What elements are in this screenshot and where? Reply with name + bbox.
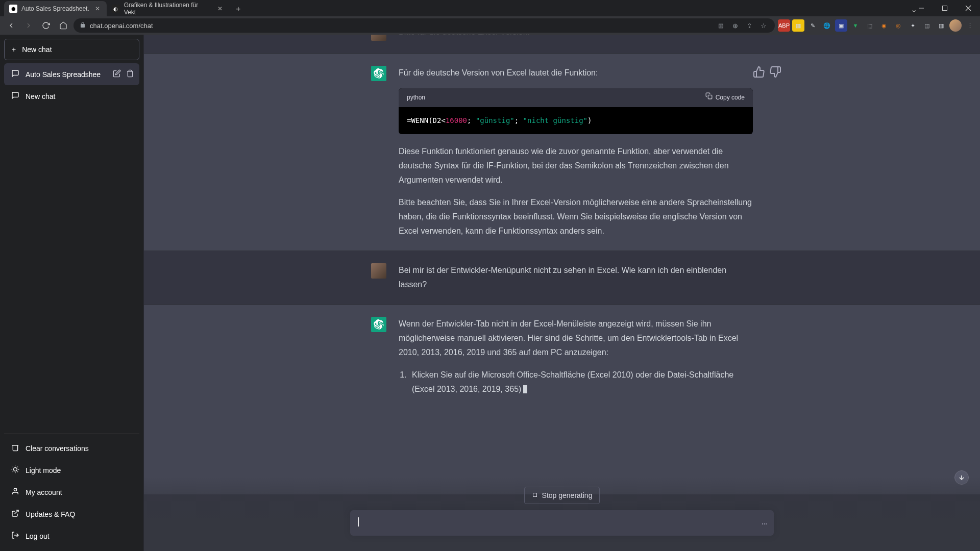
message-content: Für die deutsche Version von Excel laute…	[399, 66, 753, 238]
browser-tab[interactable]: ◐ Grafiken & Illustrationen für Vekt ✕	[107, 1, 229, 16]
svg-line-12	[17, 467, 18, 467]
nav-reload-button[interactable]	[39, 18, 53, 33]
logout-label: Log out	[26, 532, 50, 540]
translate-icon[interactable]: ⊞	[716, 20, 726, 31]
svg-rect-16	[708, 95, 712, 99]
list-item: Klicken Sie auf die Microsoft Office-Sch…	[409, 368, 753, 396]
message-row: Wenn der Entwickler-Tab nicht in der Exc…	[144, 305, 980, 494]
extension-icon[interactable]: ◎	[892, 19, 904, 32]
code-content[interactable]: =WENN(D2<16000; "günstig"; "nicht günsti…	[399, 107, 753, 134]
svg-line-8	[17, 471, 18, 472]
message-text: Wenn der Entwickler-Tab nicht in der Exc…	[399, 317, 753, 360]
message-input-container: ···	[350, 510, 774, 536]
plus-icon: +	[12, 45, 16, 54]
updates-label: Updates & FAQ	[26, 510, 75, 518]
nav-forward-button[interactable]	[21, 18, 36, 33]
conversation-title: Auto Sales Spreadshee	[26, 70, 101, 79]
side-panel2-icon[interactable]: ▥	[935, 19, 947, 32]
message-content: Wenn der Entwickler-Tab nicht in der Exc…	[399, 317, 753, 400]
send-button[interactable]: ···	[761, 517, 767, 529]
tab-favicon-icon: ⬢	[9, 5, 17, 13]
message-text: Bei mir ist der Entwickler-Menüpunkt nic…	[399, 263, 753, 292]
conversation-item[interactable]: Auto Sales Spreadshee	[4, 63, 139, 85]
updates-faq-button[interactable]: Updates & FAQ	[4, 503, 139, 525]
tab-title: Auto Sales Spreadsheet.	[21, 5, 89, 12]
message-text: Für die deutsche Version von Excel laute…	[399, 66, 753, 80]
message-row: Für die deutsche Version von Excel laute…	[144, 54, 980, 251]
svg-rect-18	[533, 493, 536, 497]
new-chat-button[interactable]: + New chat	[4, 39, 139, 60]
conversation-item[interactable]: New chat	[4, 85, 139, 107]
window-close[interactable]	[957, 0, 980, 16]
my-account-button[interactable]: My account	[4, 481, 139, 503]
messages-list[interactable]: Bitte für die deutsche Excel-Version. Fü…	[144, 35, 980, 551]
user-icon	[11, 487, 19, 497]
logout-icon	[11, 531, 19, 541]
svg-line-14	[15, 510, 18, 514]
extension-icon[interactable]: ⬚	[864, 19, 876, 32]
code-language: python	[407, 92, 425, 103]
thumbs-down-button[interactable]	[769, 66, 781, 78]
clear-label: Clear conversations	[26, 444, 89, 453]
browser-nav-bar: chat.openai.com/chat ⊞ ⊕ ⇪ ☆ ABP ▦ ✎ 🌐 ▣…	[0, 16, 980, 35]
profile-avatar[interactable]	[949, 19, 962, 32]
extension-icon[interactable]: ▼	[849, 19, 862, 32]
user-avatar	[371, 35, 386, 41]
extension-icon[interactable]: ◉	[878, 19, 890, 32]
input-area: Stop generating ···	[144, 477, 980, 551]
side-panel-icon[interactable]: ◫	[921, 19, 933, 32]
delete-icon[interactable]	[126, 69, 134, 79]
svg-line-11	[13, 471, 13, 472]
stop-generating-label: Stop generating	[542, 491, 593, 499]
lock-icon	[80, 22, 86, 30]
message-text: Bitte für die deutsche Excel-Version.	[399, 35, 753, 41]
account-label: My account	[26, 488, 62, 496]
window-maximize[interactable]	[933, 0, 957, 16]
tab-close-icon[interactable]: ✕	[93, 5, 102, 13]
assistant-avatar	[371, 317, 386, 332]
nav-home-button[interactable]	[56, 18, 70, 33]
streaming-cursor-icon	[523, 385, 527, 393]
extension-icon[interactable]: 🌐	[821, 19, 833, 32]
nav-back-button[interactable]	[4, 18, 18, 33]
edit-icon[interactable]	[113, 69, 121, 79]
thumbs-up-button[interactable]	[753, 66, 765, 78]
message-input[interactable]	[358, 517, 749, 529]
svg-rect-1	[943, 6, 947, 11]
clipboard-icon	[705, 92, 713, 103]
message-row: Bitte für die deutsche Excel-Version.	[144, 35, 980, 54]
assistant-avatar	[371, 66, 386, 81]
svg-point-4	[14, 468, 17, 471]
browser-menu-icon[interactable]: ⋮	[964, 19, 976, 32]
trash-icon	[11, 443, 19, 453]
share-icon[interactable]: ⇪	[744, 20, 754, 31]
svg-point-13	[14, 488, 16, 491]
copy-code-button[interactable]: Copy code	[705, 92, 745, 103]
tab-title: Grafiken & Illustrationen für Vekt	[124, 2, 212, 16]
clear-conversations-button[interactable]: Clear conversations	[4, 437, 139, 459]
light-mode-button[interactable]: Light mode	[4, 459, 139, 481]
url-bar[interactable]: chat.openai.com/chat ⊞ ⊕ ⇪ ☆	[74, 18, 775, 33]
stop-generating-button[interactable]: Stop generating	[524, 487, 600, 504]
extensions-menu-icon[interactable]: ✦	[906, 19, 919, 32]
message-row: Bei mir ist der Entwickler-Menüpunkt nic…	[144, 251, 980, 305]
stop-icon	[532, 491, 538, 499]
chat-main: Bitte für die deutsche Excel-Version. Fü…	[144, 35, 980, 551]
logout-button[interactable]: Log out	[4, 525, 139, 547]
extension-icon[interactable]: ▣	[835, 19, 847, 32]
browser-tab-bar: ⬢ Auto Sales Spreadsheet. ✕ ◐ Grafiken &…	[0, 0, 980, 16]
extension-icon[interactable]: ✎	[806, 19, 819, 32]
bookmark-icon[interactable]: ☆	[758, 20, 769, 31]
code-block: python Copy code =WENN(D2<16000; "günsti…	[399, 88, 753, 134]
tab-close-icon[interactable]: ✕	[216, 5, 224, 13]
user-avatar	[371, 263, 386, 279]
new-tab-button[interactable]: +	[231, 2, 246, 16]
zoom-icon[interactable]: ⊕	[730, 20, 740, 31]
extension-icon[interactable]: ABP	[778, 19, 790, 32]
extension-icons: ABP ▦ ✎ 🌐 ▣ ▼ ⬚ ◉ ◎ ✦ ◫ ▥ ⋮	[778, 19, 976, 32]
extension-icon[interactable]: ▦	[792, 19, 804, 32]
browser-tab[interactable]: ⬢ Auto Sales Spreadsheet. ✕	[4, 1, 107, 16]
window-minimize[interactable]	[910, 0, 933, 16]
copy-code-label: Copy code	[716, 92, 745, 103]
conversation-title: New chat	[26, 92, 55, 101]
